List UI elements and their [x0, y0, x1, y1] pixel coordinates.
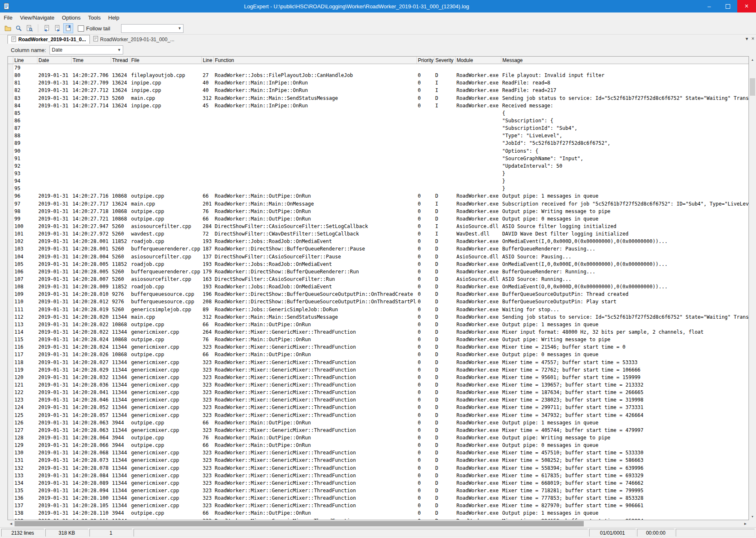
row-indicator[interactable]	[8, 472, 13, 479]
log-row[interactable]: 1392019-01-3114:20:28.11111344genericmix…	[8, 517, 749, 520]
menu-view-navigate[interactable]: View/Navigate	[16, 13, 58, 22]
log-row[interactable]: 1112019-01-3114:20:28.0195260genericsimp…	[8, 306, 749, 313]
prev-bookmark-button[interactable]	[42, 23, 52, 33]
log-row[interactable]: 79	[8, 64, 749, 72]
row-indicator[interactable]	[8, 464, 13, 471]
row-indicator[interactable]	[8, 313, 13, 321]
log-row[interactable]: 1002019-01-3114:20:27.9475260asiosourcef…	[8, 223, 749, 230]
horizontal-scrollbar[interactable]: ◀ ▶	[7, 520, 749, 527]
header-function[interactable]: Function	[213, 57, 416, 64]
header-module[interactable]: Module	[455, 57, 501, 64]
minimize-button[interactable]: –	[700, 0, 719, 12]
log-row[interactable]: 1182019-01-3114:20:28.02711344genericmix…	[8, 358, 749, 366]
row-indicator[interactable]	[8, 223, 13, 230]
log-row[interactable]: 1212019-01-3114:20:28.03611344genericmix…	[8, 381, 749, 389]
row-indicator[interactable]	[8, 147, 13, 155]
row-indicator[interactable]	[8, 351, 13, 358]
tab-list-chevron-icon[interactable]: ▾	[746, 36, 748, 42]
row-indicator[interactable]	[8, 268, 13, 275]
log-row[interactable]: 1362019-01-3114:20:28.10011344genericmix…	[8, 494, 749, 502]
row-indicator[interactable]	[8, 124, 13, 132]
log-row[interactable]: 1322019-01-3114:20:28.07811344genericmix…	[8, 464, 749, 471]
log-row[interactable]: 1122019-01-3114:20:28.02011344main.cpp31…	[8, 313, 749, 321]
log-row[interactable]: 962019-01-3114:20:27.71610868outpipe.cpp…	[8, 192, 749, 200]
row-indicator[interactable]	[8, 192, 13, 200]
row-indicator[interactable]	[8, 109, 13, 117]
row-indicator[interactable]	[8, 275, 13, 283]
log-row[interactable]: 1292019-01-3114:20:28.0663944outpipe.cpp…	[8, 441, 749, 449]
log-row[interactable]: 1092019-01-3114:20:28.0109276bufferqueue…	[8, 290, 749, 298]
log-row[interactable]: 1082019-01-3114:20:28.00911852roadjob.cp…	[8, 283, 749, 290]
menu-file[interactable]: File	[0, 13, 16, 22]
header-date[interactable]: Date	[37, 57, 71, 64]
log-row[interactable]: 1162019-01-3114:20:28.02411344genericmix…	[8, 343, 749, 351]
log-row[interactable]: 802019-01-3114:20:27.70613624fileplayout…	[8, 72, 749, 79]
log-row[interactable]: 1252019-01-3114:20:28.05711344genericmix…	[8, 411, 749, 419]
row-indicator[interactable]	[8, 117, 13, 124]
log-row[interactable]: 87"SubscriptionId": "Sub4",	[8, 124, 749, 132]
row-indicator[interactable]	[8, 502, 13, 509]
tab-roadworker-log-inactive[interactable]: RoadWorker_2019-01-31_000_...	[90, 35, 178, 44]
row-indicator[interactable]	[8, 487, 13, 494]
log-row[interactable]: 85{	[8, 109, 749, 117]
row-indicator[interactable]	[8, 381, 13, 389]
log-row[interactable]: 1272019-01-3114:20:28.06311344genericmix…	[8, 426, 749, 434]
row-indicator[interactable]	[8, 283, 13, 290]
column-name-combobox[interactable]: Date ▼	[50, 45, 123, 55]
log-row[interactable]: 1282019-01-3114:20:28.0643944outpipe.cpp…	[8, 434, 749, 441]
log-row[interactable]: 1042019-01-3114:20:28.0045260asiosourcef…	[8, 253, 749, 260]
follow-tail-checkbox[interactable]	[78, 25, 84, 32]
close-button[interactable]: ×	[737, 0, 756, 12]
row-indicator[interactable]	[8, 479, 13, 487]
vertical-scrollbar[interactable]: ▲ ▼	[749, 56, 756, 520]
row-indicator[interactable]	[8, 208, 13, 215]
log-row[interactable]: 1152019-01-3114:20:28.02410868outpipe.cp…	[8, 336, 749, 343]
log-row[interactable]: 94}	[8, 177, 749, 185]
highlight-group-combobox[interactable]: ▼	[121, 24, 183, 33]
log-row[interactable]: 1142019-01-3114:20:28.02211344genericmix…	[8, 328, 749, 336]
log-row[interactable]: 1382019-01-3114:20:28.1103944outpipe.cpp…	[8, 509, 749, 517]
log-row[interactable]: 1342019-01-3114:20:28.08911344genericmix…	[8, 479, 749, 487]
row-indicator[interactable]	[8, 238, 13, 245]
log-row[interactable]: 1232019-01-3114:20:28.04611344genericmix…	[8, 396, 749, 404]
next-bookmark-button[interactable]	[52, 23, 62, 33]
log-row[interactable]: 1262019-01-3114:20:28.0633944outpipe.cpp…	[8, 419, 749, 426]
search-document-button[interactable]	[25, 23, 35, 33]
header-thread[interactable]: Thread	[111, 57, 130, 64]
row-indicator[interactable]	[8, 200, 13, 208]
row-indicator[interactable]	[8, 396, 13, 404]
scroll-left-icon[interactable]: ◀	[7, 520, 15, 527]
horizontal-scroll-thumb[interactable]	[15, 521, 584, 526]
log-row[interactable]: 1372019-01-3114:20:28.10511344genericmix…	[8, 502, 749, 509]
log-row[interactable]: 1132019-01-3114:20:28.02210868outpipe.cp…	[8, 321, 749, 328]
row-indicator[interactable]	[8, 79, 13, 87]
log-row[interactable]: 1302019-01-3114:20:28.06811344genericmix…	[8, 449, 749, 456]
menu-options[interactable]: Options	[58, 13, 84, 22]
row-indicator[interactable]	[8, 456, 13, 464]
log-row[interactable]: 1202019-01-3114:20:28.03211344genericmix…	[8, 374, 749, 381]
row-indicator[interactable]	[8, 411, 13, 419]
row-indicator[interactable]	[8, 306, 13, 313]
log-row[interactable]: 1052019-01-3114:20:28.00511852roadjob.cp…	[8, 260, 749, 268]
menu-tools[interactable]: Tools	[84, 13, 104, 22]
log-row[interactable]: 1022019-01-3114:20:28.00111852roadjob.cp…	[8, 238, 749, 245]
row-indicator[interactable]	[8, 139, 13, 147]
header-file[interactable]: File	[130, 57, 201, 64]
app-icon[interactable]	[3, 3, 10, 10]
row-indicator[interactable]	[8, 94, 13, 102]
row-indicator[interactable]	[8, 374, 13, 381]
log-row[interactable]: 822019-01-3114:20:27.71213624inpipe.cpp4…	[8, 87, 749, 94]
header-severity[interactable]: Severity	[434, 57, 455, 64]
row-indicator[interactable]	[8, 185, 13, 192]
row-indicator[interactable]	[8, 72, 13, 79]
row-indicator[interactable]	[8, 358, 13, 366]
log-row[interactable]: 91"SourceGraphName": "Input",	[8, 155, 749, 162]
row-indicator[interactable]	[8, 449, 13, 456]
maximize-button[interactable]	[719, 0, 737, 12]
log-row[interactable]: 1222019-01-3114:20:28.04111344genericmix…	[8, 389, 749, 396]
log-row[interactable]: 1172019-01-3114:20:28.02610868outpipe.cp…	[8, 351, 749, 358]
log-row[interactable]: 832019-01-3114:20:27.7135260main.cpp312R…	[8, 94, 749, 102]
row-indicator[interactable]	[8, 87, 13, 94]
log-row[interactable]: 812019-01-3114:20:27.70913624inpipe.cpp4…	[8, 79, 749, 87]
row-indicator[interactable]	[8, 336, 13, 343]
